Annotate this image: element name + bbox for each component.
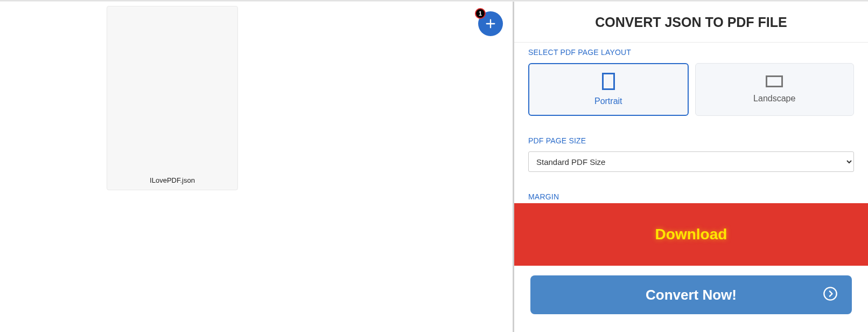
layout-option-portrait[interactable]: Portrait xyxy=(528,63,689,116)
svg-point-0 xyxy=(824,287,836,300)
convert-label: Convert Now! xyxy=(646,287,737,303)
plus-icon xyxy=(485,18,496,30)
download-button[interactable]: Download xyxy=(514,203,868,266)
download-label: Download xyxy=(655,226,727,243)
file-card[interactable]: ILovePDF.json xyxy=(107,6,238,190)
panel-title: CONVERT JSON TO PDF FILE xyxy=(514,2,868,43)
layout-options-row: Portrait Landscape xyxy=(528,63,854,116)
file-count-badge: 1 xyxy=(475,8,486,19)
layout-section-label: SELECT PDF PAGE LAYOUT xyxy=(528,48,854,57)
left-panel: ILovePDF.json 1 xyxy=(0,2,513,332)
page-size-select-wrap: Standard PDF Size xyxy=(528,151,854,172)
margin-section-label: MARGIN xyxy=(528,192,854,201)
portrait-label: Portrait xyxy=(594,96,622,106)
main-container: ILovePDF.json 1 CONVERT JSON TO PDF FILE… xyxy=(0,2,868,332)
portrait-icon xyxy=(602,73,615,90)
page-size-select[interactable]: Standard PDF Size xyxy=(528,151,854,172)
layout-option-landscape[interactable]: Landscape xyxy=(695,63,855,116)
landscape-label: Landscape xyxy=(753,94,795,103)
landscape-icon xyxy=(766,75,783,87)
arrow-right-circle-icon xyxy=(823,286,838,303)
file-name-label: ILovePDF.json xyxy=(150,176,195,184)
convert-button[interactable]: Convert Now! xyxy=(530,275,852,314)
add-file-button[interactable]: 1 xyxy=(478,11,503,36)
right-panel: CONVERT JSON TO PDF FILE SELECT PDF PAGE… xyxy=(513,2,868,332)
page-size-section-label: PDF PAGE SIZE xyxy=(528,136,854,145)
